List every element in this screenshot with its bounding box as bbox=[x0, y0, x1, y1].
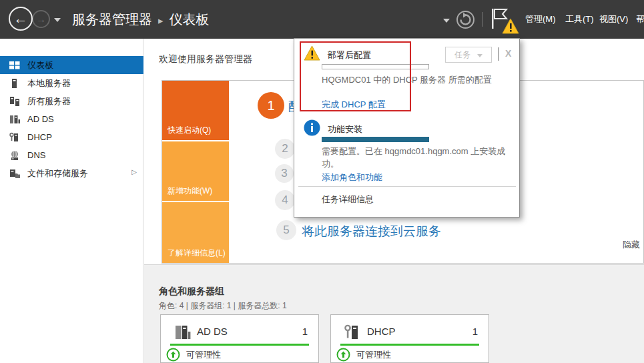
warning-icon bbox=[304, 45, 320, 61]
sidebar-item-dashboard[interactable]: 仪表板 bbox=[0, 56, 143, 74]
step-2-badge: 2 bbox=[275, 139, 295, 159]
quick-start-label: 快速启动(Q) bbox=[168, 125, 211, 136]
roles-heading: 角色和服务器组 bbox=[159, 286, 224, 298]
notifications-flyout: 部署后配置 任务 X HQGMDC01 中的 DHCP 服务器 所需的配置 完成… bbox=[294, 38, 520, 218]
tasks-dropdown-button[interactable]: 任务 bbox=[445, 47, 492, 63]
whats-new-tile[interactable]: 新增功能(W) bbox=[162, 141, 229, 201]
chevron-down-icon bbox=[477, 54, 482, 57]
nav-history-caret-icon[interactable] bbox=[54, 18, 61, 22]
task-details-link[interactable]: 任务详细信息 bbox=[322, 194, 374, 206]
ad-ds-icon bbox=[9, 114, 20, 125]
server-manager-window: ← → 服务器管理器▸仪表板 bbox=[0, 0, 644, 363]
sidebar-item-ad-ds[interactable]: AD DS bbox=[0, 110, 143, 128]
sidebar-item-label: DHCP bbox=[27, 132, 52, 142]
sidebar-item-file-storage[interactable]: 文件和存储服务 ▷ bbox=[0, 164, 143, 182]
dashboard-grid-icon bbox=[9, 60, 20, 71]
close-flyout-button[interactable]: X bbox=[505, 48, 511, 59]
dhcp-progress-bar bbox=[322, 64, 429, 69]
quick-start-tile[interactable]: 快速启动(Q) bbox=[162, 81, 229, 140]
up-arrow-status-icon bbox=[336, 348, 350, 362]
sidebar-item-label: 文件和存储服务 bbox=[27, 167, 88, 179]
role-status-bar bbox=[170, 344, 309, 346]
sidebar-nav: 仪表板 本地服务器 所有服务器 AD DS bbox=[0, 39, 143, 363]
refresh-caret-icon[interactable] bbox=[443, 19, 450, 23]
step-5-link[interactable]: 将此服务器连接到云服务 bbox=[302, 223, 441, 240]
sidebar-item-label: 所有服务器 bbox=[27, 95, 71, 107]
notification-message: 需要配置。已在 hqgmdc01.hqgm.com 上安装成功。 bbox=[322, 145, 517, 171]
manageability-label: 可管理性 bbox=[356, 349, 391, 361]
learn-more-tile[interactable]: 了解详细信息(L) bbox=[162, 202, 229, 263]
tasks-dropdown-label: 任务 bbox=[454, 50, 470, 59]
sidebar-item-dhcp[interactable]: DHCP bbox=[0, 128, 143, 146]
notification-title: 部署后配置 bbox=[328, 49, 371, 61]
menu-view[interactable]: 视图(V) bbox=[599, 0, 628, 39]
toolbar-divider bbox=[482, 12, 483, 27]
step-5-badge: 5 bbox=[276, 220, 296, 240]
sidebar-item-label: DNS bbox=[27, 150, 45, 160]
role-tile-name: DHCP bbox=[367, 326, 396, 337]
sidebar-item-local-server[interactable]: 本地服务器 bbox=[0, 74, 143, 92]
complete-dhcp-config-link[interactable]: 完成 DHCP 配置 bbox=[322, 99, 386, 111]
sidebar-item-label: 本地服务器 bbox=[27, 77, 71, 89]
flyout-header-divider bbox=[499, 47, 499, 61]
forward-arrow-icon: → bbox=[36, 13, 46, 25]
breadcrumb: 服务器管理器▸仪表板 bbox=[72, 0, 210, 39]
role-tile-ad-ds[interactable]: AD DS 1 可管理性 bbox=[160, 314, 319, 363]
page-title: 仪表板 bbox=[170, 12, 210, 27]
feature-install-progress-bar bbox=[322, 137, 429, 142]
sidebar-item-label: AD DS bbox=[27, 114, 54, 124]
step-3-badge: 3 bbox=[275, 164, 294, 183]
menu-manage[interactable]: 管理(M) bbox=[525, 0, 556, 39]
warning-badge-icon bbox=[502, 18, 519, 34]
learn-more-label: 了解详细信息(L) bbox=[168, 248, 226, 259]
notification-message: HQGMDC01 中的 DHCP 服务器 所需的配置 bbox=[322, 74, 517, 87]
dns-icon bbox=[9, 150, 20, 161]
ad-ds-icon bbox=[174, 324, 192, 341]
dhcp-icon bbox=[344, 324, 362, 341]
manageability-label: 可管理性 bbox=[186, 349, 221, 361]
refresh-icon bbox=[458, 12, 473, 27]
add-roles-features-link[interactable]: 添加角色和功能 bbox=[322, 171, 382, 184]
dhcp-icon bbox=[9, 132, 20, 143]
app-title: 服务器管理器 bbox=[72, 12, 152, 27]
manageability-row[interactable]: 可管理性 bbox=[166, 348, 221, 362]
up-arrow-status-icon bbox=[166, 348, 180, 362]
menu-help[interactable]: 帮 bbox=[636, 0, 644, 39]
sidebar-item-label: 仪表板 bbox=[27, 59, 53, 71]
back-arrow-icon: ← bbox=[14, 11, 28, 26]
refresh-button[interactable] bbox=[456, 11, 474, 29]
local-server-icon bbox=[9, 78, 20, 89]
step-1-badge: 1 bbox=[258, 92, 284, 119]
flyout-footer-divider bbox=[298, 186, 516, 187]
role-tile-dhcp[interactable]: DHCP 1 可管理性 bbox=[330, 314, 489, 363]
roles-summary: 角色: 4 | 服务器组: 1 | 服务器总数: 1 bbox=[159, 300, 287, 312]
sidebar-item-all-servers[interactable]: 所有服务器 bbox=[0, 92, 143, 110]
forward-button[interactable]: → bbox=[32, 10, 50, 28]
expand-chevron-icon[interactable]: ▷ bbox=[131, 168, 137, 175]
menu-tools[interactable]: 工具(T) bbox=[565, 0, 594, 39]
manageability-row[interactable]: 可管理性 bbox=[336, 348, 391, 362]
step-4-badge: 4 bbox=[275, 190, 295, 210]
all-servers-icon bbox=[9, 96, 20, 107]
role-tile-name: AD DS bbox=[197, 326, 228, 337]
role-tile-count: 1 bbox=[302, 326, 308, 337]
notification-title: 功能安装 bbox=[328, 123, 362, 135]
hide-welcome-link[interactable]: 隐藏 bbox=[623, 239, 640, 251]
breadcrumb-separator-icon: ▸ bbox=[152, 15, 170, 26]
role-status-bar bbox=[340, 344, 479, 346]
info-icon bbox=[304, 119, 320, 136]
role-tile-count: 1 bbox=[472, 326, 478, 337]
welcome-heading: 欢迎使用服务器管理器 bbox=[159, 53, 252, 65]
title-bar: ← → 服务器管理器▸仪表板 bbox=[0, 0, 644, 39]
back-button[interactable]: ← bbox=[9, 7, 33, 31]
file-storage-icon bbox=[9, 168, 20, 179]
notifications-flag-button[interactable] bbox=[491, 8, 521, 36]
whats-new-label: 新增功能(W) bbox=[168, 186, 212, 197]
sidebar-item-dns[interactable]: DNS bbox=[0, 146, 143, 164]
